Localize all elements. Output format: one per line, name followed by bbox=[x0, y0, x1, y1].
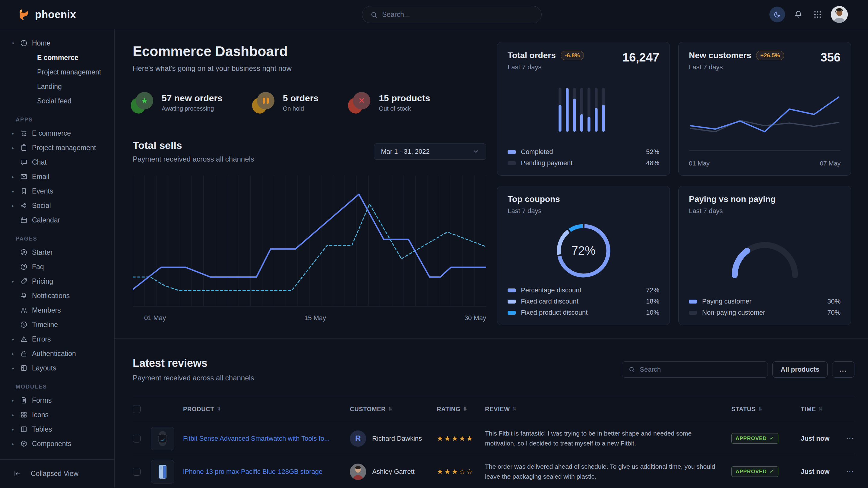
apps-grid-icon bbox=[813, 10, 822, 19]
sidebar-item-chat[interactable]: Chat bbox=[0, 155, 114, 169]
sidebar-item-label: Chat bbox=[32, 158, 47, 166]
new-customers-card: New customers +26.5% Last 7 days 356 01 … bbox=[678, 42, 851, 176]
column-header-review[interactable]: REVIEW⇅ bbox=[485, 406, 732, 413]
card-period: Last 7 days bbox=[507, 63, 584, 71]
sidebar-item-email[interactable]: ▸Email bbox=[0, 169, 114, 184]
legend-value: 10% bbox=[646, 308, 659, 317]
sidebar-item-components[interactable]: ▸Components bbox=[0, 436, 114, 451]
collapse-icon bbox=[13, 470, 25, 478]
legend-label: Fixed card discount bbox=[521, 297, 579, 305]
sort-icon[interactable]: ⇅ bbox=[217, 406, 221, 412]
sidebar-item-e-commerce[interactable]: ▸E commerce bbox=[0, 126, 114, 140]
chevron-right-icon: ▸ bbox=[12, 174, 20, 179]
row-checkbox[interactable] bbox=[133, 435, 141, 443]
column-header-rating[interactable]: RATING⇅ bbox=[437, 406, 485, 413]
search-icon bbox=[370, 11, 378, 19]
sidebar-item-label: Components bbox=[32, 440, 71, 448]
sidebar-item-project-management[interactable]: ▸Project management bbox=[0, 140, 114, 155]
user-avatar[interactable] bbox=[831, 6, 848, 23]
legend-swatch bbox=[507, 161, 516, 165]
sort-icon[interactable]: ⇅ bbox=[389, 406, 392, 412]
x-tick: 01 May bbox=[144, 314, 166, 322]
notifications-button[interactable] bbox=[792, 8, 804, 21]
sort-icon[interactable]: ⇅ bbox=[463, 406, 467, 412]
brand-logo[interactable]: phoenix bbox=[17, 7, 76, 22]
sidebar-item-members[interactable]: Members bbox=[0, 303, 114, 317]
date-range-value: Mar 1 - 31, 2022 bbox=[381, 148, 430, 156]
sidebar-item-authentication[interactable]: ▸Authentication bbox=[0, 346, 114, 361]
dark-mode-toggle[interactable] bbox=[769, 7, 785, 22]
customer-name[interactable]: Richard Dawkins bbox=[372, 435, 422, 443]
more-options-button[interactable]: ... bbox=[832, 361, 855, 378]
sidebar-item-events[interactable]: ▸Events bbox=[0, 184, 114, 198]
column-header-time[interactable]: TIME⇅ bbox=[801, 406, 846, 413]
product-link[interactable]: iPhone 13 pro max-Pacific Blue-128GB sto… bbox=[183, 468, 322, 475]
column-header-status[interactable]: STATUS⇅ bbox=[732, 406, 801, 413]
customer-name[interactable]: Ashley Garrett bbox=[372, 468, 415, 476]
product-link[interactable]: Fitbit Sense Advanced Smartwatch with To… bbox=[183, 435, 330, 442]
sidebar-item-project-management[interactable]: Project management bbox=[0, 65, 114, 79]
total-sells-title: Total sells bbox=[133, 139, 254, 151]
legend-swatch bbox=[689, 311, 697, 315]
file-text-icon bbox=[20, 396, 32, 404]
sidebar-item-calendar[interactable]: Calendar bbox=[0, 213, 114, 227]
sidebar-item-home[interactable]: ▾ Home bbox=[0, 36, 114, 50]
search-icon bbox=[628, 366, 636, 373]
users-icon bbox=[20, 306, 32, 314]
column-header-customer[interactable]: CUSTOMER⇅ bbox=[350, 406, 437, 413]
reviews-search[interactable] bbox=[622, 361, 768, 378]
product-thumbnail[interactable] bbox=[151, 427, 174, 450]
sidebar-item-layouts[interactable]: ▸Layouts bbox=[0, 361, 114, 375]
card-title: Top coupons bbox=[507, 194, 560, 204]
sidebar-item-starter[interactable]: Starter bbox=[0, 245, 114, 260]
sidebar-item-e-commerce[interactable]: E commerce bbox=[0, 50, 114, 65]
share-icon bbox=[20, 202, 32, 209]
latest-reviews-section: Latest reviews Payment received across a… bbox=[115, 338, 868, 488]
sidebar-item-social-feed[interactable]: Social feed bbox=[0, 94, 114, 108]
row-more-options[interactable]: ⋯ bbox=[846, 434, 855, 443]
app-launcher-button[interactable] bbox=[812, 8, 824, 21]
sidebar-item-icons[interactable]: ▸Icons bbox=[0, 408, 114, 422]
sidebar-section-modules: MODULES bbox=[16, 384, 114, 390]
sidebar-item-label: Events bbox=[32, 187, 53, 195]
x-icon: ✕ bbox=[350, 92, 370, 113]
top-navbar: phoenix bbox=[0, 0, 868, 29]
sidebar-item-label: Calendar bbox=[32, 216, 60, 224]
collapsed-view-toggle[interactable]: Collapsed View bbox=[0, 459, 114, 488]
legend-label: Fixed product discount bbox=[521, 308, 588, 317]
sidebar-item-errors[interactable]: ▸Errors bbox=[0, 332, 114, 346]
sidebar-item-forms[interactable]: ▸Forms bbox=[0, 393, 114, 408]
row-checkbox[interactable] bbox=[133, 468, 141, 476]
sidebar-item-notifications[interactable]: Notifications bbox=[0, 289, 114, 303]
sidebar-item-social[interactable]: ▸Social bbox=[0, 198, 114, 213]
sidebar-item-landing[interactable]: Landing bbox=[0, 79, 114, 94]
stat-sublabel: Awating processing bbox=[162, 105, 223, 112]
reviews-search-input[interactable] bbox=[640, 366, 762, 373]
sidebar-item-faq[interactable]: Faq bbox=[0, 260, 114, 274]
sidebar-item-pricing[interactable]: ▸Pricing bbox=[0, 274, 114, 289]
column-header-product[interactable]: PRODUCT⇅ bbox=[183, 406, 350, 413]
x-tick: 01 May bbox=[689, 160, 710, 167]
row-more-options[interactable]: ⋯ bbox=[846, 467, 855, 476]
global-search[interactable] bbox=[362, 6, 542, 23]
table-header-row: PRODUCT⇅CUSTOMER⇅RATING⇅REVIEW⇅STATUS⇅TI… bbox=[133, 396, 855, 422]
card-title: New customers bbox=[689, 51, 751, 60]
select-all-checkbox[interactable] bbox=[133, 405, 141, 413]
global-search-input[interactable] bbox=[382, 10, 533, 19]
product-thumbnail[interactable] bbox=[151, 460, 174, 484]
sort-icon[interactable]: ⇅ bbox=[758, 406, 763, 412]
pie-chart-icon bbox=[20, 39, 32, 47]
legend-percentage-discount: Percentage discount72% bbox=[507, 286, 659, 294]
sort-icon[interactable]: ⇅ bbox=[513, 406, 517, 412]
all-products-button[interactable]: All products bbox=[772, 361, 827, 378]
legend-value: 18% bbox=[646, 297, 659, 305]
rating-stars: ★★★☆☆ bbox=[437, 467, 474, 476]
sidebar-item-tables[interactable]: ▸Tables bbox=[0, 422, 114, 436]
legend-label: Completed bbox=[521, 148, 553, 156]
date-range-select[interactable]: Mar 1 - 31, 2022 bbox=[374, 143, 486, 160]
sidebar-item-label: Home bbox=[32, 39, 50, 47]
chat-icon bbox=[20, 158, 32, 166]
sidebar-item-timeline[interactable]: Timeline bbox=[0, 317, 114, 332]
sort-icon[interactable]: ⇅ bbox=[818, 406, 823, 412]
stat-57-new-orders: ★57 new ordersAwating processing bbox=[133, 92, 223, 113]
